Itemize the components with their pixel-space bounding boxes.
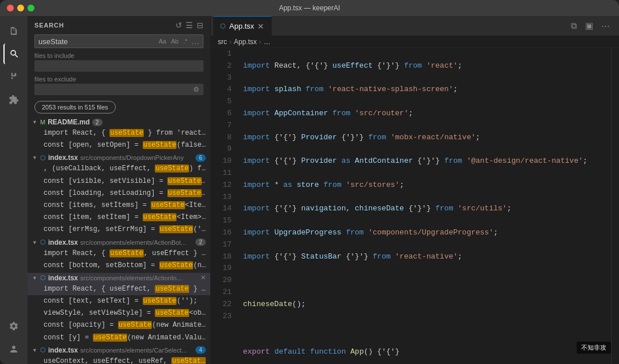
code-line-2: import splash from 'react-native-splash-… bbox=[243, 84, 606, 96]
match-row[interactable]: import React, { useState, useEffect } fr… bbox=[28, 248, 210, 260]
sidebar-title: SEARCH bbox=[34, 22, 64, 29]
activity-settings[interactable] bbox=[3, 316, 24, 336]
breadcrumb: src › App.tsx › … bbox=[211, 36, 619, 48]
tab-bar: ⬡ App.tsx ✕ ⧉ ▣ ⋯ bbox=[211, 16, 619, 36]
window-controls bbox=[7, 5, 34, 11]
file-match-count: 4 bbox=[195, 346, 206, 354]
match-text: const [loading, setLoading] = useState(t… bbox=[44, 188, 206, 199]
chevron-down-icon: ▼ bbox=[32, 240, 38, 245]
breadcrumb-dots[interactable]: … bbox=[264, 38, 271, 46]
match-row[interactable]: import React, { useState } from 'react'; bbox=[28, 127, 210, 139]
chevron-down-icon: ▼ bbox=[32, 275, 38, 281]
file-name-actionbot: index.tsx bbox=[48, 238, 78, 246]
breadcrumb-app-tsx[interactable]: App.tsx bbox=[234, 38, 257, 46]
match-row[interactable]: import React, { useEffect, useState } fr… bbox=[28, 283, 210, 295]
editor-scrollbar[interactable] bbox=[611, 48, 619, 364]
search-input[interactable] bbox=[38, 37, 155, 46]
match-row[interactable]: , (useCallback, useEffect, useState) fro… bbox=[28, 163, 210, 175]
files-exclude-settings-icon[interactable]: ⚙ bbox=[193, 85, 199, 93]
close-tab-icon[interactable]: ✕ bbox=[201, 274, 206, 281]
regex-button[interactable]: .* bbox=[182, 37, 189, 45]
match-row[interactable]: const [open, setOpen] = useState(false); bbox=[28, 139, 210, 151]
layout-icon[interactable]: ▣ bbox=[583, 19, 596, 32]
tsx-file-icon: ⬡ bbox=[40, 238, 46, 246]
split-editor-icon[interactable]: ⧉ bbox=[569, 19, 579, 32]
files-include-label[interactable]: files to include bbox=[34, 50, 203, 60]
code-line-1: import React, {'{'} useEffect {'}'} from… bbox=[243, 60, 606, 72]
match-case-button[interactable]: Aa bbox=[157, 37, 168, 45]
activity-bar bbox=[0, 16, 28, 364]
match-row[interactable]: const [items, setItems] = useState<Item[… bbox=[28, 199, 210, 212]
code-line-9: import {'{'} StatusBar {'}'} from 'react… bbox=[243, 251, 606, 263]
file-match-count: 2 bbox=[92, 119, 103, 126]
more-actions-icon[interactable]: ⋯ bbox=[599, 19, 612, 32]
tab-app-tsx[interactable]: ⬡ App.tsx ✕ bbox=[213, 16, 272, 36]
match-text: viewStyle, setViewStyle] = useState<obje… bbox=[44, 308, 206, 319]
activity-source-control[interactable] bbox=[3, 66, 24, 87]
match-row[interactable]: viewStyle, setViewStyle] = useState<obje… bbox=[28, 307, 210, 319]
main-layout: SEARCH ↺ ☰ ⊟ Aa Ab .* … files to include… bbox=[0, 16, 619, 364]
tsx-file-icon: ⬡ bbox=[40, 154, 46, 162]
sidebar: SEARCH ↺ ☰ ⊟ Aa Ab .* … files to include… bbox=[28, 16, 211, 364]
activity-avatar[interactable] bbox=[3, 339, 24, 359]
maximize-button[interactable] bbox=[28, 5, 34, 11]
clear-search-icon[interactable]: ☰ bbox=[186, 21, 193, 30]
file-header-dropdown[interactable]: ▼ ⬡ index.tsx src/components/DropdownPic… bbox=[28, 152, 210, 163]
match-text: useContext, useEffect, useRef, useState … bbox=[44, 356, 206, 364]
chevron-down-icon: ▼ bbox=[32, 347, 38, 353]
match-text: , (useCallback, useEffect, useState) fro… bbox=[44, 163, 206, 174]
results-info-container: 2053 results in 515 files bbox=[28, 100, 210, 117]
code-line-3: import AppContainer from 'src/router'; bbox=[243, 108, 606, 120]
file-header-carselect[interactable]: ▼ ⬡ index.tsx src/components/elements/Ca… bbox=[28, 345, 210, 355]
breadcrumb-src[interactable]: src bbox=[218, 38, 227, 46]
titlebar: App.tsx — keeperAI bbox=[0, 0, 619, 16]
file-header-actionbot[interactable]: ▼ ⬡ index.tsx src/components/elements/Ac… bbox=[28, 237, 210, 248]
match-row[interactable]: const [errMsg, setErrMsg] = useState('')… bbox=[28, 224, 210, 236]
activity-search[interactable] bbox=[3, 44, 24, 64]
match-row[interactable]: const [visible, setVisible] = useState(f… bbox=[28, 175, 210, 187]
match-row[interactable]: const [y] = useState(new Animated.Value(… bbox=[28, 332, 210, 344]
match-row[interactable]: const [bottom, setBottom] = useState(new… bbox=[28, 260, 210, 272]
close-button[interactable] bbox=[7, 5, 14, 11]
match-text: const [open, setOpen] = useState(false); bbox=[44, 140, 206, 151]
match-text: import React, { useState, useEffect } fr… bbox=[44, 248, 206, 259]
file-path-actionin: src/components/elements/ActionIn... bbox=[80, 275, 201, 281]
match-text: const [text, setText] = useState(''); bbox=[44, 296, 197, 307]
match-row[interactable]: const [item, setItem] = useState<Item>(s… bbox=[28, 212, 210, 224]
code-content[interactable]: import React, {'{'} useEffect {'}'} from… bbox=[238, 48, 611, 364]
file-name-readme: README.md bbox=[48, 118, 89, 126]
file-group-carselect: ▼ ⬡ index.tsx src/components/elements/Ca… bbox=[28, 345, 210, 364]
search-more-options[interactable]: … bbox=[191, 37, 199, 46]
match-text: import React, { useState } from 'react'; bbox=[44, 128, 206, 139]
match-row[interactable]: const [opacity] = useState(new Animated.… bbox=[28, 319, 210, 331]
refresh-icon[interactable]: ↺ bbox=[175, 21, 182, 30]
file-match-count: 2 bbox=[195, 238, 206, 246]
file-header-readme[interactable]: ▼ M README.md 2 bbox=[28, 117, 210, 127]
activity-extensions[interactable] bbox=[3, 89, 24, 110]
tab-label: App.tsx bbox=[229, 22, 254, 30]
match-row[interactable]: const [loading, setLoading] = useState(t… bbox=[28, 187, 210, 199]
files-exclude-input[interactable] bbox=[38, 85, 193, 93]
tab-close-icon[interactable]: ✕ bbox=[257, 22, 264, 31]
file-group-actionbot: ▼ ⬡ index.tsx src/components/elements/Ac… bbox=[28, 237, 210, 272]
minimize-button[interactable] bbox=[17, 5, 24, 11]
collapse-all-icon[interactable]: ⊟ bbox=[197, 21, 203, 30]
md-file-icon: M bbox=[40, 119, 45, 126]
files-include-input[interactable] bbox=[34, 60, 203, 72]
file-name-actionin: index.tsx bbox=[48, 274, 78, 282]
match-row[interactable]: useContext, useEffect, useRef, useState … bbox=[28, 355, 210, 364]
chevron-down-icon: ▼ bbox=[32, 155, 38, 161]
sidebar-actions: ↺ ☰ ⊟ bbox=[175, 21, 203, 30]
activity-bar-bottom bbox=[3, 316, 24, 364]
match-text: const [items, setItems] = useState<Item[… bbox=[44, 200, 206, 211]
match-word-button[interactable]: Ab bbox=[169, 37, 180, 45]
activity-explorer[interactable] bbox=[3, 21, 24, 41]
file-path-carselect: src/components/elements/CarSelect... bbox=[80, 347, 195, 354]
code-line-13: export default function App() {'{'} bbox=[243, 346, 606, 358]
match-row[interactable]: const [text, setText] = useState(''); bbox=[28, 295, 210, 307]
file-header-actionin[interactable]: ▼ ⬡ index.tsx src/components/elements/Ac… bbox=[28, 273, 210, 283]
line-numbers: 12345 678910 1112131415 1617181920 21222… bbox=[211, 48, 238, 364]
files-exclude-label[interactable]: files to exclude bbox=[34, 74, 203, 84]
files-exclude-input-row: ⚙ bbox=[34, 84, 203, 95]
file-path-actionbot: src/components/elements/ActionBot... bbox=[80, 239, 195, 246]
